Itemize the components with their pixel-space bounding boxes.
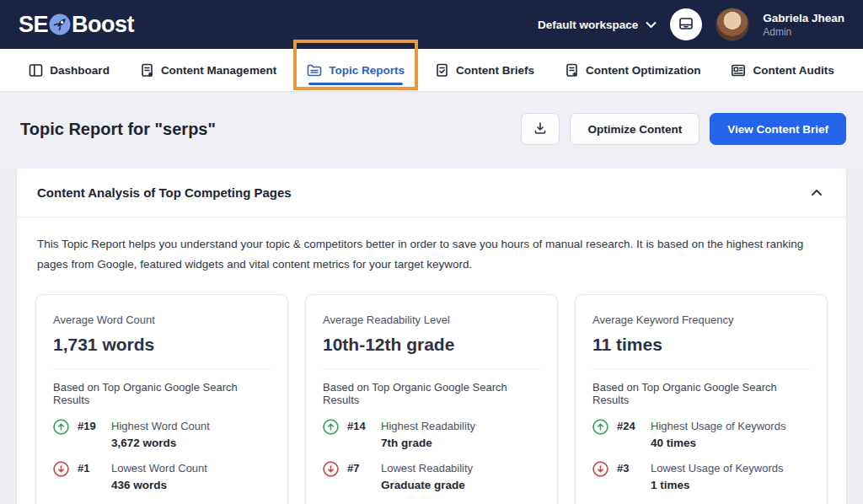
rocket-logo-icon	[49, 13, 71, 35]
card-divider	[592, 368, 810, 369]
card-divider	[323, 368, 540, 369]
stat-rank: #24	[617, 418, 642, 432]
card-average-readability: Average Readability Level 10th-12th grad…	[305, 294, 558, 504]
main-nav: Dashboard Content Management Topic Repor…	[0, 49, 863, 91]
tab-label: Content Briefs	[456, 64, 534, 77]
stat-rank: #1	[78, 460, 103, 475]
panel-description: This Topic Report helps you understand y…	[17, 217, 846, 294]
download-report-button[interactable]	[521, 113, 560, 145]
view-content-brief-button[interactable]: View Content Brief	[710, 113, 846, 145]
tab-label: Content Management	[161, 64, 276, 77]
tab-content-optimization[interactable]: Content Optimization	[565, 49, 700, 91]
tab-label: Content Audits	[753, 64, 834, 77]
topic-reports-icon	[307, 63, 322, 78]
card-divider	[53, 368, 271, 369]
workspace-selector[interactable]: Default workspace	[538, 19, 657, 31]
chevron-up-icon	[811, 186, 823, 199]
arrow-up-circle-icon	[323, 418, 339, 438]
stat-lowest: #1 Lowest Word Count436 words	[53, 460, 271, 491]
card-value: 10th-12th grade	[323, 335, 540, 355]
stat-label: Highest Word Count	[111, 420, 210, 432]
stat-label: Lowest Usage of Keywords	[651, 462, 784, 475]
user-name: Gabriela Jhean	[763, 12, 844, 24]
stat-highest: #24 Highest Usage of Keywords40 times	[592, 418, 810, 449]
stat-highest: #19 Highest Word Count3,672 words	[53, 418, 271, 449]
tab-content-audits[interactable]: Content Audits	[731, 49, 834, 91]
stat-value: 40 times	[651, 437, 785, 449]
stat-lowest: #3 Lowest Usage of Keywords1 times	[592, 460, 810, 491]
content-audits-icon	[731, 63, 746, 78]
app-header: SEBoost Default workspace Gabriela Jhean…	[0, 0, 863, 49]
arrow-down-circle-icon	[53, 460, 69, 480]
page-header: Topic Report for "serps" Optimize Conten…	[0, 91, 863, 169]
stat-value: 7th grade	[381, 437, 475, 449]
stat-value: Graduate grade	[381, 479, 473, 491]
arrow-up-circle-icon	[592, 418, 608, 438]
card-value: 1,731 words	[53, 335, 271, 355]
stat-label: Highest Readability	[381, 420, 475, 432]
tab-content-briefs[interactable]: Content Briefs	[435, 49, 534, 91]
stat-lowest: #7 Lowest ReadabilityGraduate grade	[323, 460, 540, 491]
card-basis: Based on Top Organic Google Search Resul…	[592, 381, 810, 406]
stat-rank: #3	[617, 460, 642, 475]
active-tab-underline	[308, 83, 403, 85]
card-average-keyword-frequency: Average Keyword Frequency 11 times Based…	[575, 294, 828, 504]
seoboost-logo[interactable]: SEBoost	[19, 12, 134, 38]
card-average-word-count: Average Word Count 1,731 words Based on …	[35, 294, 288, 504]
optimize-content-button[interactable]: Optimize Content	[570, 113, 700, 145]
stat-label: Lowest Readability	[381, 462, 473, 475]
stat-label: Highest Usage of Keywords	[651, 420, 785, 432]
workspace-monitor-button[interactable]	[670, 8, 702, 40]
dashboard-icon	[29, 63, 43, 78]
card-basis: Based on Top Organic Google Search Resul…	[323, 381, 540, 406]
stat-rank: #7	[347, 460, 373, 475]
download-icon	[533, 121, 547, 137]
arrow-up-circle-icon	[53, 418, 69, 438]
card-value: 11 times	[592, 335, 810, 355]
metric-cards-row: Average Word Count 1,731 words Based on …	[17, 294, 846, 504]
tab-label: Content Optimization	[586, 64, 700, 77]
user-role: Admin	[763, 26, 844, 38]
user-avatar[interactable]	[716, 8, 749, 41]
panel-title: Content Analysis of Top Competing Pages	[37, 185, 292, 200]
tab-topic-reports[interactable]: Topic Reports	[307, 49, 405, 91]
tab-label: Dashboard	[50, 64, 110, 77]
card-label: Average Word Count	[53, 314, 271, 326]
collapse-section-button[interactable]	[807, 183, 826, 202]
stat-value: 1 times	[651, 479, 784, 491]
stat-value: 3,672 words	[111, 437, 210, 449]
chevron-down-icon	[646, 19, 657, 31]
tab-content-management[interactable]: Content Management	[140, 49, 276, 91]
arrow-down-circle-icon	[323, 460, 339, 480]
stat-label: Lowest Word Count	[111, 462, 207, 475]
content-optimization-icon	[565, 63, 579, 78]
card-label: Average Keyword Frequency	[592, 314, 810, 326]
workspace-label: Default workspace	[538, 19, 638, 31]
card-label: Average Readability Level	[323, 314, 540, 326]
card-basis: Based on Top Organic Google Search Resul…	[53, 381, 271, 406]
stat-highest: #14 Highest Readability7th grade	[323, 418, 540, 449]
content-management-icon	[140, 63, 154, 78]
monitor-icon	[678, 15, 694, 35]
logo-text-post: Boost	[72, 12, 134, 38]
stat-rank: #19	[78, 418, 103, 432]
stat-rank: #14	[347, 418, 373, 432]
arrow-down-circle-icon	[592, 460, 608, 480]
content-briefs-icon	[435, 63, 449, 78]
content-analysis-panel: Content Analysis of Top Competing Pages …	[17, 169, 846, 504]
page-title: Topic Report for "serps"	[20, 120, 216, 139]
tab-dashboard[interactable]: Dashboard	[29, 49, 110, 91]
tab-label: Topic Reports	[329, 64, 405, 77]
logo-text-pre: SE	[19, 12, 48, 38]
stat-value: 436 words	[111, 479, 207, 491]
